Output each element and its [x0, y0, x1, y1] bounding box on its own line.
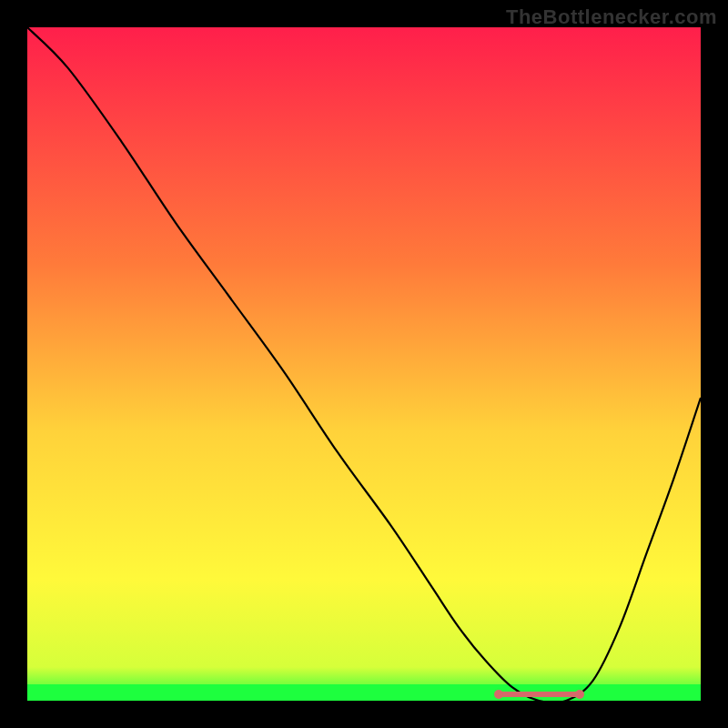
plot-area: [27, 27, 701, 701]
optimal-range-dot-right: [575, 690, 584, 699]
watermark-text: TheBottlenecker.com: [506, 5, 717, 29]
bottleneck-curve: [27, 27, 701, 701]
optimal-range-dot-left: [494, 690, 503, 699]
optimal-range-marker: [499, 692, 580, 697]
chart-frame: TheBottlenecker.com: [0, 0, 728, 728]
